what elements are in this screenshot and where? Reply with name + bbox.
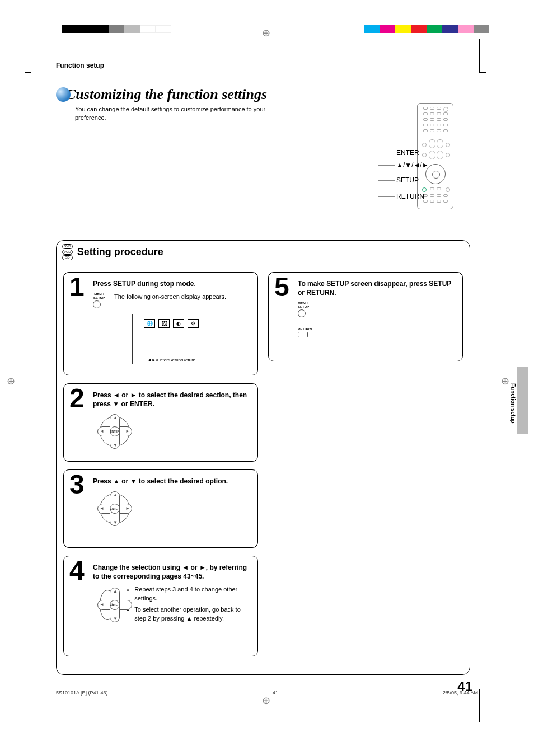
osd-preview: 🌐 🖼 ◐ ⚙ ◄►/Enter/Setup/Return bbox=[132, 314, 210, 364]
setup-button-icon bbox=[298, 309, 306, 317]
step-bullets: Repeat steps 3 and 4 to change other set… bbox=[134, 585, 250, 626]
step-number: 5 bbox=[274, 274, 289, 300]
step-title: Press SETUP during stop mode. bbox=[93, 279, 250, 288]
registration-mark-left: ⊕ bbox=[7, 375, 15, 387]
step-title: To make SETUP screen disappear, press SE… bbox=[298, 279, 455, 297]
remote-label-arrows: ▲/▼/◄/► bbox=[396, 161, 429, 169]
button-label: MENU SETUP bbox=[93, 293, 105, 299]
crop-mark bbox=[479, 39, 486, 73]
side-tab-bar bbox=[517, 367, 528, 434]
step-4: 4 Change the selection using ◄ or ►, by … bbox=[63, 556, 258, 656]
section-label: Function setup bbox=[56, 62, 470, 69]
step-title: Change the selection using ◄ or ►, by re… bbox=[93, 563, 250, 581]
registration-mark-bottom: ⊕ bbox=[262, 694, 270, 707]
side-tab-label: Function setup bbox=[510, 383, 516, 424]
remote-label-setup: SETUP bbox=[396, 176, 419, 184]
bullet-item: Repeat steps 3 and 4 to change other set… bbox=[134, 585, 250, 603]
leader-line bbox=[378, 165, 395, 166]
bullet-item: To select another operation, go back to … bbox=[134, 605, 250, 623]
procedure-title: Setting procedure bbox=[77, 246, 163, 258]
procedure-header: DVD VCD CD Setting procedure bbox=[57, 241, 470, 264]
disc-dvd: DVD bbox=[62, 244, 73, 249]
osd-language-icon: 🌐 bbox=[144, 319, 155, 328]
procedure-box: DVD VCD CD Setting procedure 1 Press SET… bbox=[56, 240, 470, 675]
osd-audio-icon: ◐ bbox=[173, 319, 184, 328]
step-note: The following on-screen display appears. bbox=[114, 293, 226, 302]
page-subtitle: You can change the default settings to c… bbox=[75, 105, 277, 123]
dpad-icon: ENTER ▲▼ ◄► bbox=[97, 414, 132, 449]
dpad-center-label: ENTER bbox=[110, 504, 120, 514]
step-title: Press ◄ or ► to select the desired secti… bbox=[93, 391, 250, 408]
step-number: 3 bbox=[69, 471, 85, 498]
osd-footer-text: ◄►/Enter/Setup/Return bbox=[133, 356, 210, 364]
footer-timestamp: 2/5/05, 9:44 AM bbox=[443, 690, 478, 696]
disc-vcd: VCD bbox=[62, 250, 73, 255]
footer-page: 41 bbox=[273, 690, 278, 696]
bullet-sphere-icon bbox=[56, 87, 71, 102]
return-button-icon bbox=[298, 332, 308, 337]
setup-button-icon bbox=[93, 300, 101, 308]
step-number: 2 bbox=[69, 385, 85, 412]
remote-label-return: RETURN bbox=[396, 192, 424, 200]
page-title: Customizing the function settings bbox=[56, 86, 470, 103]
step-1: 1 Press SETUP during stop mode. MENU SET… bbox=[63, 272, 258, 375]
registration-mark-top: ⊕ bbox=[262, 27, 270, 39]
footer-doc-id: 5S10101A [E] (P41-46) bbox=[56, 690, 108, 696]
leader-line bbox=[378, 180, 395, 181]
title-block: Customizing the function settings You ca… bbox=[56, 86, 470, 123]
dpad-icon: ENTER ▲▼ ◄► bbox=[97, 588, 118, 622]
remote-label-enter: ENTER bbox=[396, 149, 419, 157]
osd-picture-icon: 🖼 bbox=[158, 319, 170, 328]
step-number: 1 bbox=[69, 274, 85, 300]
step-number: 4 bbox=[69, 557, 85, 584]
color-bars bbox=[364, 25, 489, 33]
crop-mark bbox=[25, 39, 31, 73]
leader-line bbox=[378, 153, 395, 153]
print-footer: 5S10101A [E] (P41-46) 41 2/5/05, 9:44 AM bbox=[56, 690, 478, 696]
osd-parental-icon: ⚙ bbox=[188, 319, 199, 328]
disc-cd: CD bbox=[62, 255, 73, 260]
gray-ramp bbox=[62, 25, 171, 33]
button-label: MENU SETUP bbox=[298, 302, 313, 308]
registration-mark-right: ⊕ bbox=[501, 375, 509, 387]
crop-mark bbox=[25, 689, 31, 722]
crop-mark bbox=[479, 689, 486, 722]
dpad-icon: ENTER ▲▼ ◄► bbox=[97, 491, 132, 526]
page-content: Function setup Customizing the function … bbox=[56, 62, 470, 675]
return-button-label: RETURN bbox=[298, 327, 315, 331]
step-5: 5 To make SETUP screen disappear, press … bbox=[268, 272, 463, 361]
step-3: 3 Press ▲ or ▼ to select the desired opt… bbox=[63, 469, 258, 548]
step-title: Press ▲ or ▼ to select the desired optio… bbox=[93, 477, 250, 486]
leader-line bbox=[378, 196, 395, 197]
footer-rule bbox=[56, 683, 478, 683]
step-2: 2 Press ◄ or ► to select the desired sec… bbox=[63, 383, 258, 462]
disc-type-icons: DVD VCD CD bbox=[62, 244, 73, 260]
